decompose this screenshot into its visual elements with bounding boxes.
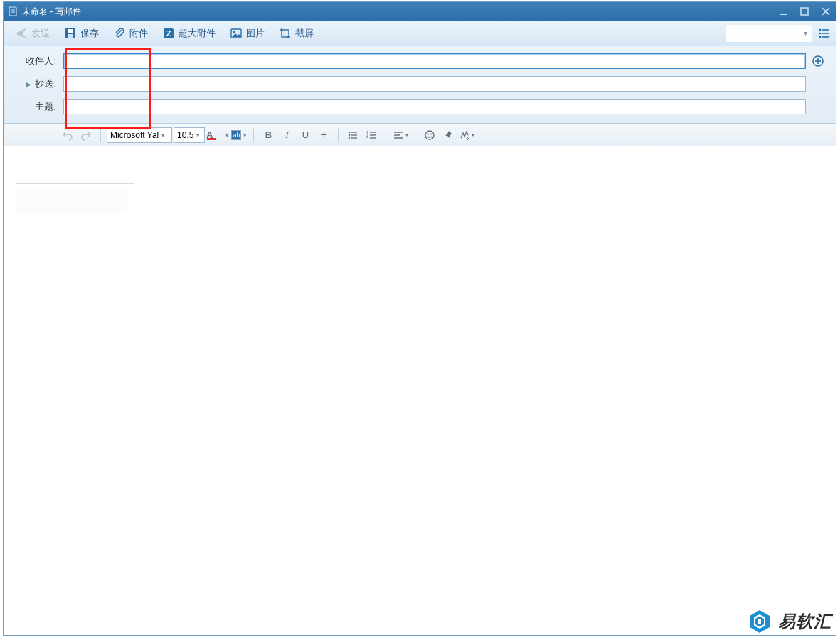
unordered-list-button[interactable] [344, 127, 361, 144]
svg-point-22 [819, 32, 822, 34]
strikethrough-button[interactable]: T [315, 127, 332, 144]
signature-placeholder [16, 188, 127, 213]
chevron-down-icon: ▾ [804, 29, 807, 37]
screenshot-label: 截屏 [295, 27, 314, 40]
undo-button[interactable] [59, 127, 76, 144]
attach-button[interactable]: 附件 [107, 24, 154, 43]
list-menu-button[interactable] [817, 27, 830, 40]
main-toolbar: 发送 保存 附件 Z 超大附件 图片 [4, 21, 836, 46]
expand-cc-icon[interactable]: ▶ [26, 80, 31, 88]
big-attach-label: 超大附件 [179, 27, 216, 40]
image-icon [230, 27, 243, 40]
close-button[interactable] [820, 6, 831, 17]
svg-rect-5 [801, 8, 808, 15]
maximize-button[interactable] [799, 6, 810, 17]
header-fields: 收件人: ▶ 抄送: 主题: [4, 46, 836, 124]
save-icon [64, 27, 77, 40]
svg-point-31 [349, 134, 350, 135]
subject-row: 主题: [14, 99, 826, 114]
svg-point-20 [819, 28, 822, 31]
account-selector[interactable]: ▾ [726, 25, 812, 42]
bold-button[interactable]: B [260, 127, 277, 144]
highlight-color-button[interactable]: ab ▾ [230, 127, 248, 144]
attach-label: 附件 [129, 27, 148, 40]
svg-text:Z: Z [166, 29, 171, 38]
recipient-row: 收件人: [14, 53, 826, 69]
window-controls [777, 6, 831, 17]
svg-point-24 [819, 36, 822, 38]
svg-rect-9 [68, 29, 73, 33]
big-attach-icon: Z [162, 27, 175, 40]
align-button[interactable]: ▾ [392, 127, 409, 144]
editor-body[interactable] [4, 146, 836, 635]
cc-row: ▶ 抄送: [14, 76, 826, 92]
subject-input[interactable] [63, 99, 806, 114]
italic-button[interactable]: I [278, 127, 295, 144]
svg-point-46 [430, 133, 432, 134]
svg-rect-15 [282, 30, 289, 37]
window-title: 未命名 - 写邮件 [22, 6, 81, 18]
ordered-list-button[interactable]: 123 [363, 127, 380, 144]
recipient-label: 收件人: [14, 55, 56, 68]
image-button[interactable]: 图片 [224, 24, 270, 43]
font-color-button[interactable]: A ▾ [206, 127, 229, 144]
svg-point-33 [349, 137, 350, 138]
cc-input[interactable] [63, 76, 806, 92]
cc-label: ▶ 抄送: [14, 78, 56, 90]
svg-text:3: 3 [366, 136, 368, 140]
font-family-value: Microsoft Yal [110, 130, 159, 140]
format-more-button[interactable]: ▾ [458, 127, 475, 144]
app-icon [8, 6, 18, 16]
screenshot-icon [279, 27, 292, 40]
svg-rect-10 [68, 34, 73, 38]
compose-window: 未命名 - 写邮件 发送 保存 [3, 1, 836, 636]
save-label: 保存 [80, 27, 99, 40]
subject-label: 主题: [14, 100, 56, 113]
editor-toolbar: Microsoft Yal ▾ 10.5 ▾ A ▾ ab ▾ B I U T [4, 124, 836, 146]
minimize-button[interactable] [777, 6, 789, 17]
pin-button[interactable] [440, 127, 457, 144]
svg-point-45 [427, 133, 429, 134]
send-icon [15, 27, 28, 40]
watermark: 易软汇 [747, 609, 831, 634]
image-label: 图片 [246, 27, 265, 40]
svg-rect-50 [758, 619, 761, 624]
font-size-value: 10.5 [177, 130, 193, 140]
send-label: 发送 [31, 27, 50, 40]
screenshot-button[interactable]: 截屏 [273, 24, 319, 43]
signature-divider [16, 183, 134, 184]
titlebar: 未命名 - 写邮件 [4, 2, 836, 21]
chevron-down-icon: ▾ [196, 132, 200, 139]
svg-point-14 [233, 31, 235, 33]
svg-point-44 [425, 131, 434, 139]
save-button[interactable]: 保存 [58, 24, 105, 43]
add-recipient-button[interactable] [810, 53, 826, 69]
watermark-text: 易软汇 [778, 610, 831, 633]
watermark-icon [747, 609, 772, 634]
redo-button[interactable] [78, 127, 95, 144]
svg-rect-0 [9, 7, 16, 16]
attach-icon [113, 27, 126, 40]
big-attach-button[interactable]: Z 超大附件 [156, 24, 221, 43]
svg-point-29 [349, 131, 350, 132]
chevron-down-icon: ▾ [161, 132, 165, 139]
toolbar-right: ▾ [726, 25, 830, 42]
recipient-input[interactable] [63, 53, 806, 69]
emoji-button[interactable] [421, 127, 438, 144]
font-family-select[interactable]: Microsoft Yal ▾ [107, 127, 172, 143]
underline-button[interactable]: U [297, 127, 314, 144]
font-size-select[interactable]: 10.5 ▾ [174, 127, 205, 143]
send-button[interactable]: 发送 [9, 24, 55, 43]
